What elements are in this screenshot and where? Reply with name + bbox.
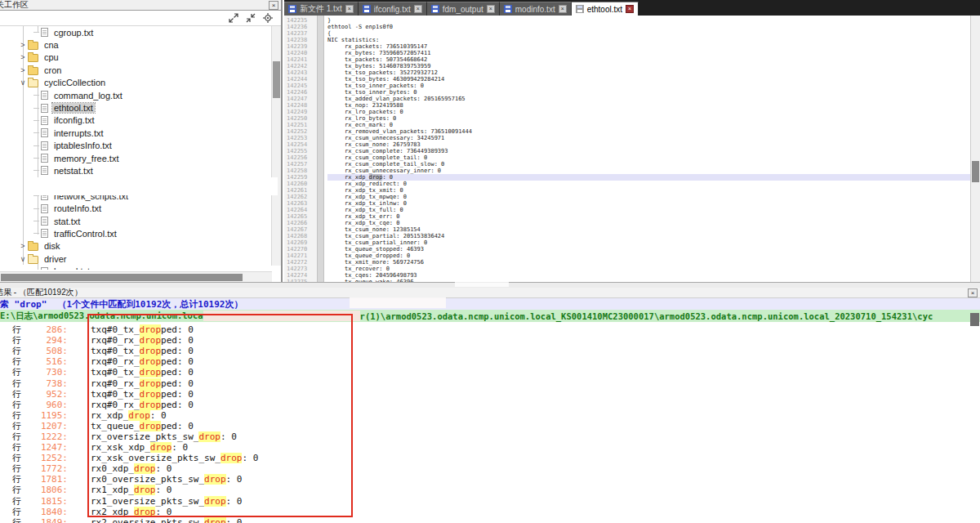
result-row[interactable]: 行1849:rx2_oversize_pkts_sw_drop: 0 — [0, 517, 980, 523]
tab-modinfo.txt[interactable]: modinfo.txt× — [500, 2, 572, 16]
scrollbar-thumb[interactable] — [972, 161, 979, 182]
result-line-number: 516: — [25, 356, 68, 367]
censor-blur — [455, 266, 509, 287]
tree-connector — [33, 95, 39, 96]
tree-folder-disk[interactable]: >disk — [0, 240, 281, 253]
tab-ethtool.txt[interactable]: ethtool.txt× — [572, 2, 639, 16]
file-icon — [41, 217, 48, 226]
line-number: 142259 — [287, 174, 317, 181]
result-row[interactable]: 行1815:rx1_oversize_pkts_sw_drop: 0 — [0, 496, 980, 507]
tree-vertical-scrollbar[interactable] — [271, 26, 281, 266]
folder-icon — [28, 243, 38, 251]
workspace-toolbar — [0, 11, 281, 26]
code-line: tx_csum_none: 12385154 — [327, 226, 980, 233]
result-text: rx1_xdp_drop: 0 — [91, 485, 172, 495]
tree-file-lsmod.txt[interactable]: lsmod.txt — [0, 265, 281, 270]
tree-folder-cron[interactable]: >cron — [0, 64, 281, 76]
file-icon — [41, 128, 48, 137]
result-row[interactable]: 行1840:rx2_xdp_drop: 0 — [0, 507, 980, 517]
result-row[interactable]: 行730:txq#0_tx_dropped: 0 — [0, 367, 980, 378]
tree-folder-driver[interactable]: ∨driver — [0, 253, 281, 265]
chevron-down-icon[interactable]: ∨ — [18, 255, 28, 263]
workspace-close-button[interactable]: × — [269, 1, 278, 10]
chevron-right-icon[interactable]: > — [18, 41, 28, 49]
folder-icon — [28, 42, 38, 50]
result-row[interactable]: 行1806:rx1_xdp_drop: 0 — [0, 485, 980, 495]
app-root: 关工作区 × cgroup.txt>cna>cpu>cron∨cyclicCol… — [0, 0, 980, 523]
tab-新文件 1.txt[interactable]: 新文件 1.txt× — [284, 2, 359, 16]
tree-file-iptablesInfo.txt[interactable]: iptablesInfo.txt — [0, 140, 281, 152]
editor-code[interactable]: }ethtool -S enp1s0f0{NIC statistics: rx_… — [324, 16, 980, 282]
result-line-number: 1815: — [25, 496, 68, 507]
result-row[interactable]: 行960:rxq#0_rx_dropped: 0 — [0, 400, 980, 410]
results-close-button[interactable]: × — [968, 288, 978, 297]
tree-file-trafficControl.txt[interactable]: trafficControl.txt — [0, 227, 281, 239]
result-text: rx_xsk_oversize_pkts_sw_drop: 0 — [91, 453, 258, 463]
line-number: 142272 — [287, 259, 317, 266]
chevron-down-icon[interactable]: ∨ — [18, 78, 28, 87]
tree-folder-cpu[interactable]: >cpu — [0, 51, 281, 64]
tree-folder-cna[interactable]: >cna — [0, 38, 281, 51]
line-number: 142235 — [287, 17, 317, 24]
tree-file-netstat.txt[interactable]: netstat.txt — [0, 164, 281, 177]
results-scrollbar-thumb[interactable] — [970, 313, 979, 326]
tab-ifconfig.txt[interactable]: ifconfig.txt× — [359, 2, 427, 16]
line-number: 142244 — [287, 76, 317, 83]
result-line-number: 952: — [25, 389, 68, 400]
close-icon[interactable]: × — [626, 5, 634, 13]
tree-item-label: command_log.txt — [52, 91, 124, 101]
line-number: 142262 — [287, 194, 317, 200]
close-icon[interactable]: × — [487, 5, 495, 13]
file-icon — [41, 154, 48, 163]
chevron-right-icon[interactable]: > — [18, 53, 28, 61]
tree-file-routeInfo.txt[interactable]: routeInfo.txt — [0, 202, 281, 214]
editor-body[interactable]: 1422351422361422371422381422391422401422… — [284, 16, 980, 282]
tab-label: 新文件 1.txt — [300, 3, 342, 15]
scrollbar-thumb[interactable] — [1, 274, 243, 281]
result-row[interactable]: 行1222:rx_oversize_pkts_sw_drop: 0 — [0, 431, 980, 442]
tree-connector — [33, 145, 39, 146]
result-row[interactable]: 行1252:rx_xsk_oversize_pkts_sw_drop: 0 — [0, 453, 980, 463]
result-row[interactable]: 行738:rxq#0_rx_dropped: 0 — [0, 378, 980, 388]
result-row[interactable]: 行952:txq#0_tx_dropped: 0 — [0, 389, 980, 400]
code-line: tx_queue_dropped: 0 — [327, 253, 980, 259]
line-number: 142274 — [287, 272, 317, 279]
result-row[interactable]: 行1781:rx0_oversize_pkts_sw_drop: 0 — [0, 474, 980, 485]
close-icon[interactable]: × — [414, 5, 422, 13]
result-row[interactable]: 行286:txq#0_tx_dropped: 0 — [0, 324, 980, 335]
result-row[interactable]: 行294:rxq#0_rx_dropped: 0 — [0, 335, 980, 346]
tree-item-label: memory_free.txt — [52, 154, 120, 163]
tree-file-command_log.txt[interactable]: command_log.txt — [0, 89, 281, 101]
tree-file-stat.txt[interactable]: stat.txt — [0, 215, 281, 227]
tree-horizontal-scrollbar[interactable] — [0, 271, 272, 282]
tree-file-cgroup.txt[interactable]: cgroup.txt — [0, 26, 281, 38]
expand-icon[interactable] — [229, 13, 238, 23]
close-icon[interactable]: × — [345, 5, 354, 13]
result-row[interactable]: 行516:rxq#0_rx_dropped: 0 — [0, 356, 980, 367]
close-icon[interactable]: × — [559, 5, 567, 13]
result-row[interactable]: 行1195:rx_xdp_drop: 0 — [0, 410, 980, 421]
matched-file-path-row[interactable]: E:\日志\armod0523.odata.ncmp.unicom.loca r… — [0, 310, 980, 322]
result-line-number: 508: — [25, 346, 68, 356]
tree-file-memory_free.txt[interactable]: memory_free.txt — [0, 152, 281, 164]
result-row[interactable]: 行1772:rx0_xdp_drop: 0 — [0, 463, 980, 474]
locate-icon[interactable] — [263, 13, 273, 23]
result-row[interactable]: 行1247:rx_xsk_xdp_drop: 0 — [0, 442, 980, 453]
tree-file-ethtool.txt[interactable]: ethtool.txt — [0, 101, 281, 114]
chevron-right-icon[interactable]: > — [18, 242, 28, 250]
result-row[interactable]: 行508:txq#0_tx_dropped: 0 — [0, 346, 980, 356]
line-number: 142254 — [287, 141, 317, 148]
tree-connector — [33, 195, 39, 196]
chevron-right-icon[interactable]: > — [18, 66, 28, 74]
tab-fdm_output[interactable]: fdm_output× — [427, 2, 500, 16]
code-line: rx_csum_complete_tail: 0 — [327, 154, 980, 161]
code-line: rx_csum_unnecessary_inner: 0 — [327, 168, 980, 174]
editor-vertical-scrollbar[interactable] — [970, 16, 980, 282]
result-row[interactable]: 行1207:tx_queue_dropped: 0 — [0, 421, 980, 431]
collapse-icon[interactable] — [246, 13, 256, 23]
tree-file-ifconfig.txt[interactable]: ifconfig.txt — [0, 114, 281, 127]
tree-file-interrupts.txt[interactable]: interrupts.txt — [0, 127, 281, 139]
scrollbar-thumb[interactable] — [273, 61, 280, 98]
tree-folder-cyclicCollection[interactable]: ∨cyclicCollection — [0, 77, 281, 89]
results-titlebar: 搜索结果 - （匹配10192次） × — [0, 288, 980, 298]
